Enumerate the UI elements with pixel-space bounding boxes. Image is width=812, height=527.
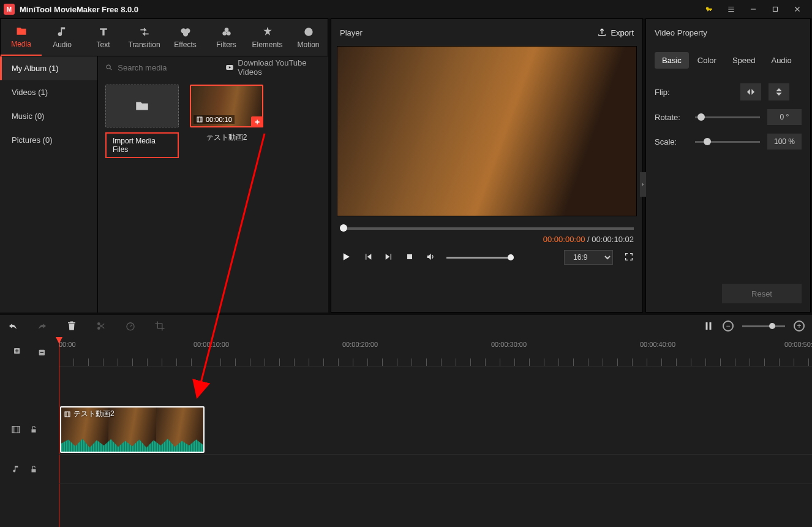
tab-motion-label: Motion [297,40,319,49]
add-to-timeline-button[interactable]: + [251,116,263,127]
next-frame-button[interactable] [384,252,394,264]
prop-tab-color[interactable]: Color [690,52,724,69]
scale-value[interactable]: 100 % [767,134,802,150]
tab-audio[interactable]: Audio [42,19,83,56]
close-icon[interactable] [786,0,808,18]
svg-rect-11 [407,254,412,259]
prop-tab-speed[interactable]: Speed [725,52,763,69]
prop-tab-audio[interactable]: Audio [764,52,799,69]
fullscreen-button[interactable] [624,252,634,264]
zoom-slider[interactable] [742,325,785,327]
minimize-icon[interactable] [742,0,764,18]
undo-button[interactable] [7,320,18,332]
ruler-label: 00:00:50:0 [784,341,812,348]
scale-slider-knob[interactable] [704,138,711,145]
title-bar: M MiniTool MovieMaker Free 8.0.0 [0,0,812,18]
reset-button[interactable]: Reset [722,284,802,303]
tab-filters-label: Filters [216,40,236,49]
delete-button[interactable] [66,320,77,332]
app-title: MiniTool MovieMaker Free 8.0.0 [20,5,698,14]
mute-button[interactable] [426,252,435,264]
total-time: 00:00:10:02 [592,235,634,244]
tab-transition-label: Transition [128,40,160,49]
time-ruler[interactable]: 00:00 00:00:10:00 00:00:20:00 00:00:30:0… [59,337,812,366]
video-preview[interactable] [337,46,637,216]
lock-icon[interactable] [29,425,38,434]
audio-track-head [0,455,59,484]
tab-effects-label: Effects [174,40,196,49]
prev-frame-button[interactable] [363,252,373,264]
sidebar-item-videos[interactable]: Videos (1) [0,80,97,104]
volume-slider[interactable] [446,257,514,259]
split-button[interactable] [96,320,107,332]
zoom-knob[interactable] [769,323,775,329]
download-youtube-button[interactable]: Download YouTube Videos [225,58,321,77]
tab-elements[interactable]: Elements [247,19,288,56]
ruler-label: 00:00:10:00 [194,341,229,348]
audio-track[interactable] [59,455,812,484]
svg-rect-19 [32,469,36,472]
timeline-clip-name: テスト動画2 [73,409,115,419]
tab-filters[interactable]: Filters [206,19,247,56]
seek-knob[interactable] [340,224,347,232]
player-title: Player [340,28,363,37]
play-button[interactable] [340,251,352,265]
import-media-dropzone[interactable] [105,85,179,127]
svg-point-4 [224,28,228,32]
zoom-in-button[interactable]: + [794,320,805,332]
stop-button[interactable] [405,252,415,264]
flip-label: Flip: [655,88,688,97]
tab-transition[interactable]: Transition [124,19,165,56]
speed-button[interactable] [125,320,136,332]
search-input[interactable] [118,63,220,72]
sidebar-item-pictures[interactable]: Pictures (0) [0,128,97,152]
maximize-icon[interactable] [764,0,786,18]
tab-media[interactable]: Media [1,19,42,56]
collapse-properties-button[interactable] [640,172,646,197]
time-display: 00:00:00:00 / 00:00:10:02 [331,230,642,244]
tab-motion[interactable]: Motion [288,19,329,56]
scale-slider[interactable] [695,141,760,143]
export-button[interactable]: Export [597,28,634,37]
flip-horizontal-button[interactable] [740,83,761,100]
prop-tab-basic[interactable]: Basic [655,52,689,69]
seek-bar[interactable] [340,227,634,230]
video-track[interactable]: テスト動画2 [59,404,812,455]
folder-icon [134,98,150,114]
lock-icon[interactable] [29,465,38,474]
tab-elements-label: Elements [252,40,282,49]
zoom-out-button[interactable]: − [723,320,734,332]
svg-rect-20 [65,412,70,417]
svg-rect-10 [197,117,202,122]
ribbon-tabs: Media Audio Text Transition Effects Filt… [0,18,328,56]
remove-track-button[interactable] [36,347,46,357]
media-clip-thumb[interactable]: 00:00:10 + [190,85,263,127]
ruler-label: 00:00:20:00 [342,341,378,348]
ruler-label: 00:00 [59,341,76,348]
rotate-label: Rotate: [655,113,688,122]
video-track-head [0,404,59,455]
tab-text[interactable]: Text [83,19,124,56]
rotate-slider-knob[interactable] [697,113,705,121]
aspect-ratio-select[interactable]: 16:9 [564,250,613,265]
timeline-fit-button[interactable] [703,320,714,332]
upgrade-key-icon[interactable] [698,0,720,18]
svg-point-3 [182,31,187,36]
sidebar-item-music[interactable]: Music (0) [0,104,97,128]
menu-icon[interactable] [720,0,742,18]
tab-effects[interactable]: Effects [165,19,206,56]
add-track-button[interactable] [13,347,23,357]
export-label: Export [611,28,634,37]
youtube-icon [225,63,234,72]
rotate-value[interactable]: 0 ° [767,109,802,125]
flip-vertical-button[interactable] [769,83,789,100]
svg-point-7 [304,28,312,36]
rotate-slider[interactable] [695,116,760,118]
media-clip-duration: 00:00:10 [194,115,235,124]
sidebar-item-myalbum[interactable]: My Album (1) [0,56,97,80]
volume-knob[interactable] [508,254,514,260]
timeline-clip[interactable]: テスト動画2 [60,406,205,453]
crop-button[interactable] [154,320,165,332]
redo-button[interactable] [37,320,48,332]
import-media-button[interactable]: Import Media Files [105,132,179,158]
